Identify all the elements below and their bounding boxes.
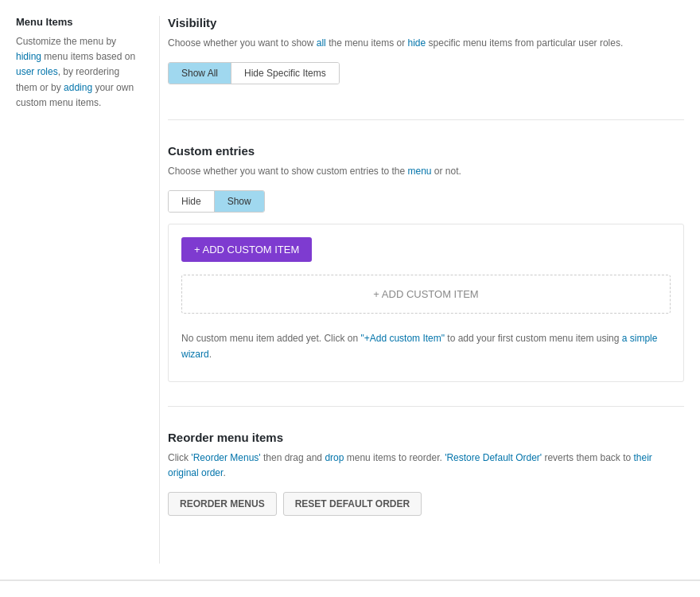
visibility-section: Visibility Choose whether you want to sh… [168, 16, 684, 120]
menu-items-sidebar: Menu Items Customize the menu by hiding … [16, 16, 143, 111]
no-item-info: No custom menu item added yet. Click on … [181, 325, 671, 368]
visibility-title: Visibility [168, 16, 684, 29]
all-items-link[interactable]: all [317, 37, 326, 49]
custom-entries-desc: Choose whether you want to show custom e… [168, 164, 684, 179]
reorder-desc: Click 'Reorder Menus' then drag and drop… [168, 451, 684, 481]
reorder-menus-btn[interactable]: REORDER MENUS [168, 492, 277, 516]
custom-item-container: + ADD CUSTOM ITEM + ADD CUSTOM ITEM No c… [168, 224, 684, 381]
hiding-link[interactable]: hiding [16, 51, 41, 62]
menu-items-desc: Customize the menu by hiding menu items … [16, 34, 143, 111]
custom-entries-toggle-group: Hide Show [168, 190, 265, 213]
menu-items-title: Menu Items [16, 16, 143, 28]
content-area: Visibility Choose whether you want to sh… [159, 16, 700, 564]
add-item-link[interactable]: "+Add custom Item" [360, 333, 445, 344]
hide-link[interactable]: hide [408, 37, 426, 49]
user-roles-link[interactable]: user roles [16, 66, 58, 77]
custom-entries-title: Custom entries [168, 144, 684, 158]
reset-default-btn[interactable]: RESET DEFAULT ORDER [283, 492, 422, 516]
reorder-title: Reorder menu items [168, 431, 684, 444]
restore-link[interactable]: 'Restore Default Order' [445, 452, 542, 463]
menu-link[interactable]: menu [408, 166, 432, 177]
custom-entries-section: Custom entries Choose whether you want t… [168, 144, 684, 407]
show-all-btn[interactable]: Show All [169, 63, 231, 84]
drop-link[interactable]: drop [325, 452, 344, 463]
adding-link[interactable]: adding [64, 82, 92, 93]
dashed-add-area[interactable]: + ADD CUSTOM ITEM [181, 275, 671, 314]
left-sidebar: Menu Items Customize the menu by hiding … [0, 16, 159, 564]
reorder-link[interactable]: 'Reorder Menus' [191, 452, 260, 463]
visibility-toggle-group: Show All Hide Specific Items [168, 62, 340, 84]
dashed-label: + ADD CUSTOM ITEM [373, 288, 478, 300]
add-custom-item-btn[interactable]: + ADD CUSTOM ITEM [181, 237, 312, 262]
hide-specific-btn[interactable]: Hide Specific Items [231, 63, 339, 84]
reorder-section: Reorder menu items Click 'Reorder Menus'… [168, 431, 684, 540]
hide-btn[interactable]: Hide [169, 191, 215, 212]
bottom-section: Custom CSS Add custom CSS styles to the … [0, 580, 700, 597]
visibility-desc: Choose whether you want to show all the … [168, 36, 684, 51]
show-btn[interactable]: Show [215, 191, 264, 212]
reorder-btn-group: REORDER MENUS RESET DEFAULT ORDER [168, 492, 684, 516]
